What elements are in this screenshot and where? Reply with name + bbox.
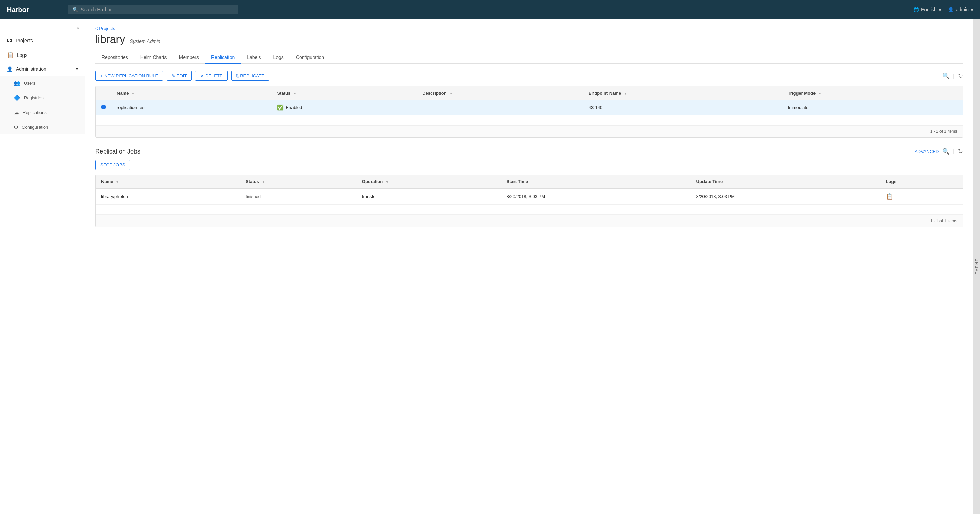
sort-icon[interactable]: ▼ — [116, 180, 119, 184]
main-content: < Projects library System Admin Reposito… — [85, 19, 973, 514]
search-icon[interactable]: 🔍 — [942, 72, 950, 80]
sort-icon[interactable]: ▼ — [818, 92, 822, 95]
configuration-icon: ⚙ — [14, 124, 18, 130]
replication-jobs-header: Replication Jobs ADVANCED 🔍 | ↻ — [95, 148, 963, 155]
jobs-table: Name ▼ Status ▼ Operation ▼ Start Time — [96, 175, 963, 215]
row-selector-cell[interactable] — [96, 100, 111, 115]
sidebar-item-label: Configuration — [22, 125, 48, 130]
sort-icon[interactable]: ▼ — [385, 180, 389, 184]
stop-jobs-button[interactable]: STOP JOBS — [95, 160, 130, 170]
replication-jobs-actions: ADVANCED 🔍 | ↻ — [915, 148, 963, 155]
jobs-search-icon[interactable]: 🔍 — [942, 148, 950, 155]
administration-icon: 👤 — [7, 67, 13, 72]
globe-icon: 🌐 — [913, 7, 919, 12]
table-row[interactable]: replication-test ✅ Enabled - 43-140 Imme… — [96, 100, 963, 115]
sidebar-item-configuration[interactable]: ⚙ Configuration — [0, 120, 85, 135]
user-menu[interactable]: 👤 admin ▾ — [948, 7, 973, 12]
replications-icon: ☁ — [14, 109, 19, 116]
page-subtitle: System Admin — [130, 38, 161, 44]
col-job-operation: Operation ▼ — [356, 175, 501, 189]
tab-logs[interactable]: Logs — [267, 51, 290, 64]
rule-endpoint-cell: 43-140 — [583, 100, 783, 115]
table-row-empty — [96, 205, 963, 215]
col-status: Status ▼ — [271, 86, 417, 100]
tab-configuration[interactable]: Configuration — [290, 51, 330, 64]
rule-name-cell: replication-test — [111, 100, 271, 115]
user-icon: 👤 — [948, 7, 954, 12]
jobs-refresh-icon[interactable]: ↻ — [958, 148, 963, 155]
sort-icon[interactable]: ▼ — [261, 180, 265, 184]
sort-icon[interactable]: ▼ — [624, 92, 627, 95]
job-status-cell: finished — [240, 189, 356, 205]
user-label: admin — [956, 7, 969, 12]
replication-rules-table: Name ▼ Status ▼ Description ▼ Endpoint — [95, 86, 963, 138]
breadcrumb[interactable]: < Projects — [95, 26, 963, 31]
event-sidebar[interactable]: EVENT — [973, 19, 980, 514]
status-label: Enabled — [286, 105, 302, 110]
table-row-empty — [96, 115, 963, 125]
job-start-time-cell: 8/20/2018, 3:03 PM — [501, 189, 691, 205]
chevron-down-icon: ▾ — [939, 7, 941, 12]
radio-dot[interactable] — [101, 105, 106, 109]
tab-repositories[interactable]: Repositories — [95, 51, 134, 64]
sidebar-collapse-button[interactable]: « — [0, 22, 85, 33]
sort-icon[interactable]: ▼ — [293, 92, 297, 95]
job-update-time-cell: 8/20/2018, 3:03 PM — [691, 189, 881, 205]
sidebar-item-label: Replications — [22, 110, 47, 115]
col-trigger-mode: Trigger Mode ▼ — [783, 86, 963, 100]
tab-replication[interactable]: Replication — [205, 51, 241, 64]
sidebar-item-administration[interactable]: 👤 Administration ▾ — [0, 62, 85, 76]
sidebar-item-registries[interactable]: 🔷 Registries — [0, 90, 85, 105]
sort-icon[interactable]: ▼ — [449, 92, 453, 95]
projects-icon: 🗂 — [7, 37, 12, 44]
toolbar-right: 🔍 | ↻ — [942, 72, 963, 80]
brand-logo: Harbor — [7, 6, 61, 14]
sidebar-item-label: Administration — [16, 67, 46, 72]
collapse-icon: « — [76, 25, 80, 31]
tab-members[interactable]: Members — [173, 51, 205, 64]
language-selector[interactable]: 🌐 English ▾ — [913, 7, 941, 12]
col-job-start-time: Start Time — [501, 175, 691, 189]
job-name-cell: library/photon — [96, 189, 240, 205]
sidebar-item-projects[interactable]: 🗂 Projects — [0, 33, 85, 48]
col-job-logs: Logs — [881, 175, 963, 189]
jobs-table-header: Name ▼ Status ▼ Operation ▼ Start Time — [96, 175, 963, 189]
replication-rules-pagination: 1 - 1 of 1 items — [96, 125, 963, 137]
job-logs-icon[interactable]: 📋 — [886, 193, 894, 200]
edit-button[interactable]: ✎ EDIT — [167, 71, 192, 81]
page-title: library — [95, 33, 125, 46]
divider: | — [953, 149, 955, 154]
sidebar: « 🗂 Projects 📋 Logs 👤 Administration ▾ 👥… — [0, 19, 85, 514]
topnav: Harbor 🔍 🌐 English ▾ 👤 admin ▾ — [0, 0, 980, 19]
new-replication-rule-button[interactable]: + NEW REPLICATION RULE — [95, 71, 163, 81]
jobs-table-body: library/photon finished transfer 8/20/20… — [96, 189, 963, 215]
sidebar-item-logs[interactable]: 📋 Logs — [0, 48, 85, 62]
table-row[interactable]: library/photon finished transfer 8/20/20… — [96, 189, 963, 205]
sidebar-item-replications[interactable]: ☁ Replications — [0, 105, 85, 120]
refresh-icon[interactable]: ↻ — [958, 72, 963, 80]
sort-icon[interactable]: ▼ — [131, 92, 135, 95]
rule-trigger-cell: Immediate — [783, 100, 963, 115]
replication-jobs-title: Replication Jobs — [95, 148, 140, 155]
search-bar[interactable]: 🔍 — [68, 5, 239, 14]
sidebar-item-users[interactable]: 👥 Users — [0, 76, 85, 90]
advanced-link[interactable]: ADVANCED — [915, 149, 939, 154]
tab-labels[interactable]: Labels — [241, 51, 267, 64]
search-input[interactable] — [81, 7, 234, 12]
rules-table-header: Name ▼ Status ▼ Description ▼ Endpoint — [96, 86, 963, 100]
users-icon: 👥 — [14, 80, 21, 86]
status-enabled: ✅ Enabled — [277, 104, 411, 111]
replication-toolbar: + NEW REPLICATION RULE ✎ EDIT ✕ DELETE ⎘… — [95, 71, 963, 81]
replicate-button[interactable]: ⎘ REPLICATE — [231, 71, 270, 81]
tab-bar: Repositories Helm Charts Members Replica… — [95, 51, 963, 64]
col-description: Description ▼ — [417, 86, 583, 100]
delete-button[interactable]: ✕ DELETE — [195, 71, 228, 81]
col-selector — [96, 86, 111, 100]
col-name: Name ▼ — [111, 86, 271, 100]
job-operation-cell: transfer — [356, 189, 501, 205]
tab-helm-charts[interactable]: Helm Charts — [134, 51, 173, 64]
registries-icon: 🔷 — [14, 95, 21, 101]
sidebar-item-label: Logs — [17, 52, 27, 58]
replication-jobs-table: Name ▼ Status ▼ Operation ▼ Start Time — [95, 175, 963, 227]
check-icon: ✅ — [277, 104, 284, 111]
